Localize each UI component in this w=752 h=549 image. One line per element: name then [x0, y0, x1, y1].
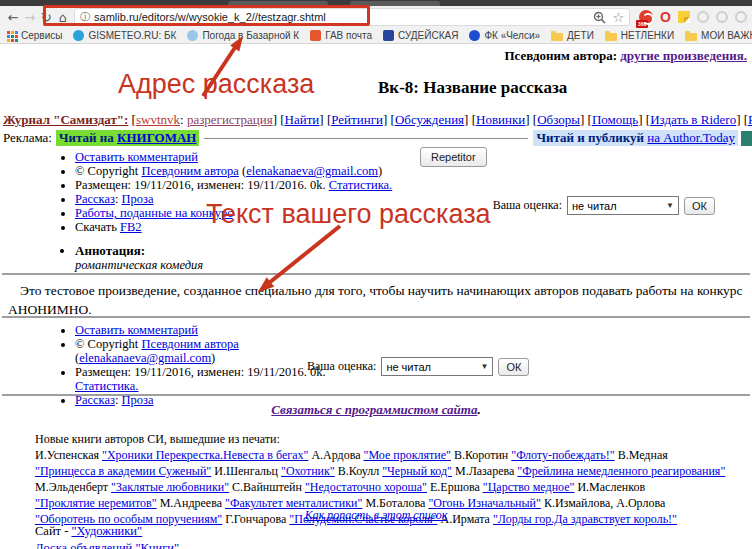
- folder-icon: [605, 33, 617, 41]
- home-icon[interactable]: ⌂: [55, 10, 72, 25]
- ads-row: Реклама: Читай на КНИГОМАН Читай и публи…: [3, 130, 752, 146]
- meta-text: Размещен: 19/11/2016, изменен: 19/11/201…: [75, 178, 329, 192]
- disabled-extension-icon[interactable]: [697, 11, 709, 23]
- meta-text: © Copyright: [75, 337, 141, 351]
- book-title-link[interactable]: "Хроники Перекрестка.Невеста в бегах": [102, 448, 308, 462]
- meta-text: :: [115, 192, 122, 206]
- disabled-extension-icon[interactable]: [716, 11, 728, 23]
- disabled-extension-icon[interactable]: [735, 11, 747, 23]
- meta-item: Оставить комментарий: [75, 323, 360, 337]
- nav-link[interactable]: Издать в Ridero: [650, 112, 736, 127]
- meta-link[interactable]: Оставить комментарий: [75, 323, 198, 337]
- zoom-icon[interactable]: [593, 11, 606, 24]
- bookmark-item[interactable]: ФК «Челси»: [469, 30, 540, 41]
- journal-link[interactable]: Журнал "Самиздат":: [3, 112, 128, 127]
- partial-link[interactable]: Доска объявлений "Книги": [35, 541, 179, 549]
- bookmark-item[interactable]: Погода в Базарной К: [187, 30, 299, 41]
- nav-link[interactable]: Найти: [285, 112, 320, 127]
- forward-icon[interactable]: →: [22, 10, 39, 25]
- opera-icon[interactable]: O: [660, 10, 671, 24]
- bookmark-item[interactable]: СУДЕЙСКАЯ: [383, 30, 458, 41]
- annotation-block: Аннотация: романтическая комедия: [60, 236, 203, 272]
- meta-link[interactable]: Псевдоним автора: [141, 337, 238, 351]
- page-info-icon[interactable]: ⓘ: [80, 10, 90, 24]
- notes-extension-icon[interactable]: [678, 11, 690, 23]
- meta-link[interactable]: FB2: [120, 220, 142, 234]
- other-works-link[interactable]: другие произведения.: [620, 48, 747, 63]
- books-intro: Новые книги авторов СИ, вышедшие из печа…: [35, 431, 735, 447]
- authortoday-link[interactable]: на Author.Today: [647, 130, 735, 145]
- bookmark-star-icon[interactable]: ☆: [612, 10, 624, 25]
- bookmark-item[interactable]: МОИ ВАЖНЫЕ: [685, 30, 752, 41]
- nav-link[interactable]: Новинки: [476, 112, 525, 127]
- book-title-link[interactable]: "Мое проклятие": [364, 448, 451, 462]
- meta-text: Размещен: 19/11/2016, изменен: 19/11/201…: [75, 365, 326, 379]
- ad-text: Читай на: [59, 130, 117, 145]
- nav-link[interactable]: Обзоры: [537, 112, 580, 127]
- score-ok-button[interactable]: ОК: [498, 358, 529, 376]
- chevron-down-icon: ▼: [666, 201, 674, 210]
- book-title-link[interactable]: "Флоту-побеждать!": [511, 448, 614, 462]
- bookmark-item[interactable]: ГАВ почта: [310, 30, 372, 41]
- meta-item: © Copyright Псевдоним автора (elenakanae…: [75, 164, 392, 178]
- annotation-address-label: Адрес рассказа: [118, 69, 314, 100]
- mail-icon: [310, 30, 321, 41]
- meta-link[interactable]: Проза: [122, 192, 154, 206]
- nav-link[interactable]: Помощь: [592, 112, 638, 127]
- meta-text: ): [211, 351, 215, 365]
- unregister-link[interactable]: разрегистрация: [187, 112, 273, 127]
- bookmark-label: Погода в Базарной К: [202, 30, 299, 41]
- score-select[interactable]: не читал ▼: [381, 357, 493, 376]
- book-author: А.Ардова: [311, 448, 363, 462]
- bookmark-item[interactable]: GISMETEO.RU: БК: [73, 30, 176, 41]
- meta-link[interactable]: Статистика.: [329, 178, 392, 192]
- book-title-link[interactable]: "Охотник": [281, 464, 335, 478]
- book-title-link[interactable]: "Заклятые любовники": [111, 480, 229, 494]
- bookmark-item[interactable]: ДЕТИ: [551, 30, 594, 41]
- score-select[interactable]: не читал ▼: [567, 196, 679, 215]
- book-title-link[interactable]: "Черный код": [382, 464, 452, 478]
- meta-text: © Copyright: [75, 164, 141, 178]
- meta-link[interactable]: Оставить комментарий: [75, 150, 198, 164]
- tab[interactable]: [350, 1, 440, 6]
- bookmark-label: GISMETEO.RU: БК: [88, 30, 176, 41]
- browser-toolbar: ← → ↻ ⌂ ⓘ samlib.ru/editors/w/wysokie_k_…: [0, 6, 752, 28]
- meta-link[interactable]: Рассказ: [75, 192, 115, 206]
- tab[interactable]: [228, 1, 328, 6]
- contact-programmer-link[interactable]: Связаться с программистом сайта: [271, 402, 477, 417]
- chelsea-icon: [469, 30, 480, 41]
- nav-link[interactable]: Редактировать: [748, 112, 752, 127]
- artists-site-link[interactable]: "Художники": [71, 524, 142, 538]
- meta-link[interactable]: Статистика.: [75, 379, 138, 393]
- reload-icon[interactable]: ↻: [38, 10, 55, 25]
- bookmark-label: ФК «Челси»: [484, 30, 540, 41]
- extension-360-icon[interactable]: 360: [639, 10, 653, 24]
- repetitor-button[interactable]: Repetitor: [420, 147, 487, 167]
- score-value: не читал: [572, 200, 617, 212]
- meta-link[interactable]: Псевдоним автора: [141, 164, 238, 178]
- book-author: Е.Ершова: [430, 480, 483, 494]
- nav-link[interactable]: Рейтинги: [331, 112, 383, 127]
- score-ok-button[interactable]: ОК: [684, 197, 715, 215]
- meta-link[interactable]: elenakanaeva@gmail.com: [246, 164, 378, 178]
- address-bar[interactable]: ⓘ samlib.ru/editors/w/wysokie_k_2//testz…: [74, 8, 630, 26]
- period: .: [477, 402, 480, 417]
- knigoman-link[interactable]: КНИГОМАН: [117, 130, 196, 145]
- user-link[interactable]: swvtnvk: [136, 112, 180, 127]
- how-to-list-link[interactable]: Как попасть в этот список: [305, 508, 448, 522]
- back-icon[interactable]: ←: [5, 10, 22, 25]
- url-text[interactable]: samlib.ru/editors/w/wysokie_k_2//testzag…: [94, 11, 593, 23]
- meta-link[interactable]: elenakanaeva@gmail.com: [79, 351, 211, 365]
- book-title-link[interactable]: "Царство медное": [483, 480, 575, 494]
- nav-link[interactable]: Обсуждения: [395, 112, 464, 127]
- annotation-item: Аннотация: романтическая комедия: [75, 244, 203, 272]
- page-content: Псевдоним автора: другие произведения. В…: [0, 44, 752, 549]
- bookmark-label: МОИ ВАЖНЫЕ: [701, 30, 752, 41]
- book-title-link[interactable]: "Фрейлина немедленного реагирования": [517, 464, 725, 478]
- book-title-link[interactable]: "Недостаточно хороша": [305, 480, 427, 494]
- book-title-link[interactable]: "Принцесса в академии Суженый": [35, 464, 211, 478]
- site-nav: Журнал "Самиздат": [swvtnvk: разрегистра…: [3, 112, 751, 128]
- bookmark-item[interactable]: НЕТЛЕНКИ: [605, 30, 674, 41]
- bookmark-item[interactable]: Сервисы: [7, 30, 62, 41]
- folder-icon: [551, 33, 563, 41]
